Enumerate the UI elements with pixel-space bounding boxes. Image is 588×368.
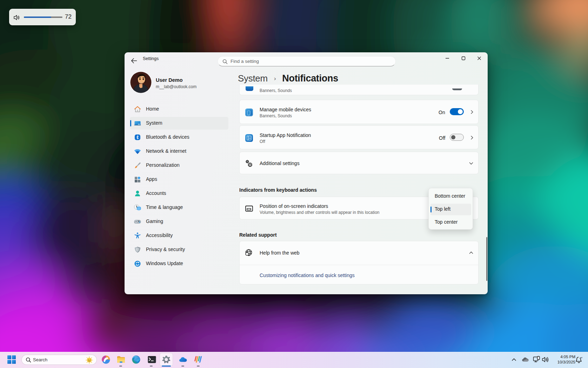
svg-text:z: z <box>580 356 581 360</box>
svg-text:z: z <box>581 356 582 359</box>
